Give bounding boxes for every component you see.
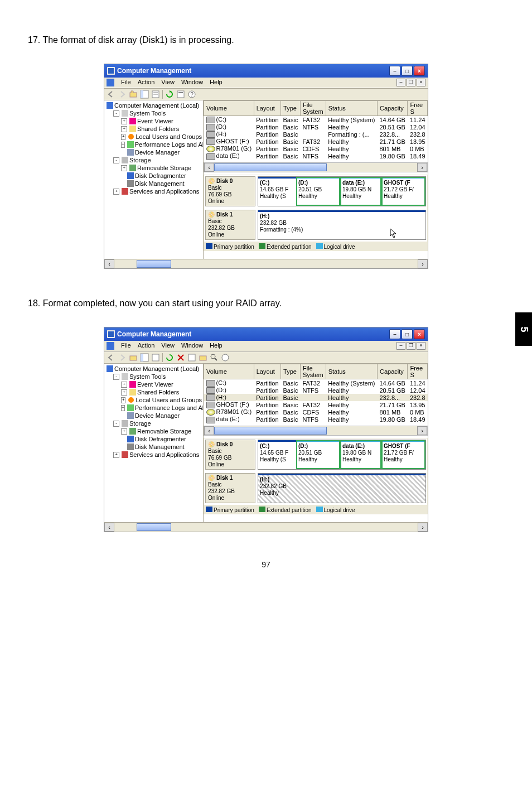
up-folder-icon[interactable] [129,90,138,99]
tree-services[interactable]: +Services and Applications [107,451,202,459]
menu-view[interactable]: View [161,342,175,350]
disk0-row[interactable]: 📀 Disk 0 Basic 76.69 GB Online (C:)14.65… [205,440,426,470]
refresh-icon[interactable] [165,353,174,362]
nav-tree[interactable]: Computer Management (Local) -System Tool… [104,100,204,259]
settings-icon[interactable] [187,353,196,362]
help-icon[interactable] [221,353,230,362]
table-row[interactable]: (D:)PartitionBasicNTFSHealthy20.51 GB12.… [204,123,428,131]
tree-disk-mgmt[interactable]: Disk Management [107,443,202,451]
menu-help[interactable]: Help [210,79,223,86]
tree-system-tools[interactable]: -System Tools [107,373,202,380]
mdi-close-button[interactable]: × [417,79,425,86]
tree-system-tools[interactable]: -System Tools [107,109,202,117]
tree-event-viewer[interactable]: +Event Viewer [107,117,202,125]
partition-e[interactable]: data (E:)19.80 GB NHealthy [340,440,381,469]
col-status[interactable]: Status [326,364,377,379]
back-icon[interactable] [107,353,115,362]
properties-icon[interactable] [151,90,160,99]
menu-file[interactable]: File [121,79,131,86]
table-row[interactable]: data (E:)PartitionBasicNTFSHealthy19.80 … [204,416,428,423]
scroll-right-icon[interactable]: › [417,426,427,435]
tree-shared-folders[interactable]: +Shared Folders [107,125,202,133]
table-row[interactable]: (C:)PartitionBasicFAT32Healthy (System)1… [204,116,428,124]
tree-device-mgr[interactable]: Device Manager [107,148,202,156]
scroll-right-icon[interactable]: › [418,259,428,268]
menu-action[interactable]: Action [138,79,155,86]
mdi-min-button[interactable]: – [396,342,405,350]
partition-c[interactable]: (C:)14.65 GB FHealthy (S [258,440,296,469]
tree-device-mgr[interactable]: Device Manager [107,412,202,420]
tree-services[interactable]: +Services and Applications [107,187,202,195]
tree-local-users[interactable]: +Local Users and Groups [107,133,202,141]
partition-c[interactable]: (C:)14.65 GB FHealthy (S [258,177,296,206]
table-row[interactable]: (H:)PartitionBasicFormatting : (...232.8… [204,131,428,138]
col-free[interactable]: Free S [408,364,428,379]
col-volume[interactable]: Volume [204,101,254,116]
table-row[interactable]: (C:)PartitionBasicFAT32Healthy (System)1… [204,379,428,387]
disk1-row[interactable]: 📀 Disk 1 Basic 232.82 GB Online (H:) 232… [205,210,426,240]
forward-icon[interactable] [118,353,127,362]
scroll-left-icon[interactable]: ‹ [204,163,214,172]
tree-root[interactable]: Computer Management (Local) [107,102,202,109]
table-row[interactable]: (D:)PartitionBasicNTFSHealthy20.51 GB12.… [204,387,428,394]
table-row[interactable]: data (E:)PartitionBasicNTFSHealthy19.80 … [204,152,428,160]
mdi-restore-button[interactable]: ❐ [407,79,415,86]
tree-disk-mgmt[interactable]: Disk Management [107,180,202,187]
scroll-right-icon[interactable]: › [417,163,427,172]
tree-event-viewer[interactable]: +Event Viewer [107,380,202,388]
open-folder-icon[interactable] [199,353,207,362]
properties-icon[interactable] [151,353,160,362]
tree-storage[interactable]: -Storage [107,420,202,427]
tree-defrag[interactable]: Disk Defragmenter [107,435,202,443]
scroll-left-icon[interactable]: ‹ [204,426,214,435]
show-hide-tree-icon[interactable] [140,353,149,362]
tree-root[interactable]: Computer Management (Local) [107,365,202,373]
partition-e[interactable]: data (E:)19.80 GB NHealthy [340,177,381,206]
menu-file[interactable]: File [121,342,131,350]
mdi-close-button[interactable]: × [417,342,425,350]
tree-shared-folders[interactable]: +Shared Folders [107,388,202,396]
volume-table[interactable]: Volume Layout Type File System Status Ca… [204,364,428,423]
table-row[interactable]: R78M01 (G:)PartitionBasicCDFSHealthy801 … [204,408,428,416]
menu-action[interactable]: Action [138,342,155,350]
col-volume[interactable]: Volume [204,364,254,379]
tree-hscroll[interactable]: ‹ › [104,522,428,532]
settings-icon[interactable] [176,90,185,99]
tree-removable[interactable]: +Removable Storage [107,427,202,435]
partition-d[interactable]: (D:)20.51 GBHealthy [296,440,340,469]
col-capacity[interactable]: Capacity [377,101,407,116]
menu-window[interactable]: Window [181,79,203,86]
partition-d[interactable]: (D:)20.51 GBHealthy [296,177,340,206]
partition-f[interactable]: GHOST (F21.72 GB F/Healthy [381,177,425,206]
col-fs[interactable]: File System [300,101,326,116]
tree-perf-logs[interactable]: +Performance Logs and Alerts [107,141,202,148]
close-button[interactable]: × [414,66,425,76]
partition-h-formatting[interactable]: (H:) 232.82 GB Formatting : (4%) [258,210,425,239]
minimize-button[interactable]: – [389,66,400,76]
disk1-row[interactable]: 📀 Disk 1 Basic 232.82 GB Online (H:) 232… [205,473,426,503]
maximize-button[interactable]: □ [402,66,413,76]
col-type[interactable]: Type [281,364,301,379]
tree-perf-logs[interactable]: +Performance Logs and Alerts [107,404,202,412]
close-button[interactable]: × [414,329,425,339]
col-status[interactable]: Status [326,101,377,116]
partition-h-healthy[interactable]: (H:) 232.82 GB Healthy [258,474,425,503]
refresh-icon[interactable] [165,90,174,99]
disk0-row[interactable]: 📀 Disk 0 Basic 76.69 GB Online (C:)14.65… [205,176,426,206]
col-layout[interactable]: Layout [254,364,280,379]
table-row[interactable]: GHOST (F:)PartitionBasicFAT32Healthy21.7… [204,138,428,145]
tree-hscroll[interactable]: ‹ › [104,259,428,268]
show-hide-tree-icon[interactable] [140,90,149,99]
maximize-button[interactable]: □ [402,329,413,339]
tree-storage[interactable]: -Storage [107,156,202,164]
mdi-min-button[interactable]: – [396,79,405,86]
scroll-left-icon[interactable]: ‹ [104,523,114,532]
volume-hscroll[interactable]: ‹ › [204,162,428,172]
tree-local-users[interactable]: +Local Users and Groups [107,396,202,404]
col-type[interactable]: Type [281,101,301,116]
partition-f[interactable]: GHOST (F21.72 GB F/Healthy [381,440,425,469]
volume-table[interactable]: Volume Layout Type File System Status Ca… [204,100,428,160]
table-row[interactable]: GHOST (F:)PartitionBasicFAT32Healthy21.7… [204,401,428,408]
minimize-button[interactable]: – [389,329,400,339]
table-row[interactable]: R78M01 (G:)PartitionBasicCDFSHealthy801 … [204,145,428,152]
